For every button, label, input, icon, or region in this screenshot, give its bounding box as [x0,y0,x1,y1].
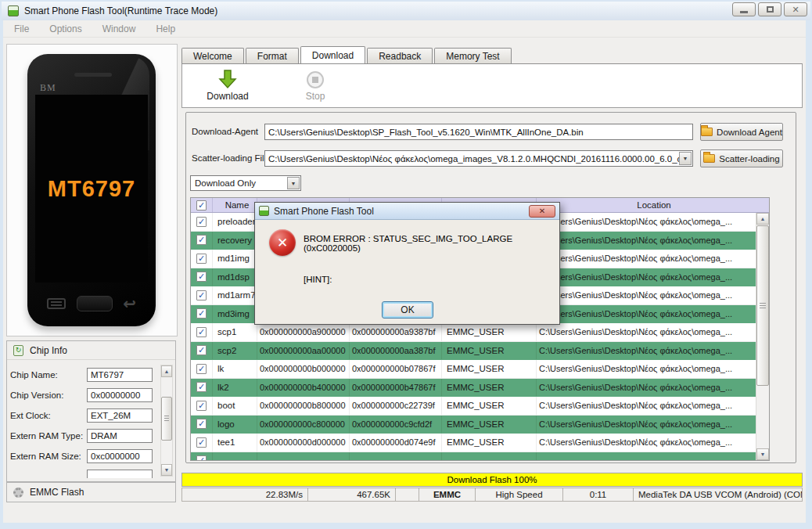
download-mode-select[interactable]: Download Only ▼ [190,175,301,191]
window-content: FileOptionsWindowHelp BM MT6797 ↩ ↻ Chip… [3,20,806,523]
chip-info-row: Extern RAM Size:0xc0000000 [10,446,156,466]
scroll-grip [164,416,169,422]
cell-name [213,452,257,461]
tab-download[interactable]: Download [300,46,365,63]
header-location[interactable]: Location [537,198,769,212]
scatter-file-input[interactable] [264,150,693,167]
cell-region: EMMC_USER [442,360,537,378]
cell-begin-address: 0x000000000c800000 [257,416,350,434]
dialog-close-button[interactable]: ✕ [529,205,555,218]
menu-item-help[interactable]: Help [156,23,175,34]
row-checkbox-cell: ✓ [191,213,213,231]
close-button[interactable]: ✕ [784,2,807,16]
chip-info-panel: ↻ Chip Info Chip Name:MT6797Chip Version… [6,340,176,482]
scroll-grip [760,303,766,309]
row-checkbox-cell: ✓ [191,452,213,461]
chip-info-row: Ext Clock:EXT_26M [10,405,156,426]
header-name[interactable]: Name [213,198,257,212]
ok-button[interactable]: OK [382,301,433,318]
menu-item-file[interactable]: File [14,23,29,34]
error-icon: ✕ [269,229,296,256]
table-row: ✓lk20x000000000b4000000x000000000b47867f… [191,379,756,398]
minimize-icon [740,11,748,13]
gear-icon [13,488,23,498]
download-agent-button[interactable]: Download Agent [700,123,783,141]
cell-begin-address: 0x000000000b000000 [257,360,350,378]
download-arrow-icon [196,69,259,91]
chip-info-scrollbar[interactable]: ▲ ▼ [160,365,173,477]
row-checkbox[interactable]: ✓ [196,290,207,300]
dialog-title-bar: Smart Phone Flash Tool [255,203,559,220]
download-agent-input[interactable] [264,124,693,140]
maximize-icon [767,6,774,13]
dialog-title: Smart Phone Flash Tool [274,206,374,217]
table-scrollbar[interactable]: ▲ ▼ [756,213,769,460]
tab-welcome[interactable]: Welcome [181,48,244,63]
row-checkbox[interactable]: ✓ [196,254,207,264]
table-row: ✓scp20x000000000aa000000x000000000aa387b… [191,342,756,361]
menu-item-window[interactable]: Window [102,23,136,34]
table-row: ✓ [191,452,756,461]
cell-end-address: 0x000000000aa387bf [350,342,442,360]
table-scroll-thumb[interactable] [756,225,769,386]
phone-brand-label: BM [40,82,56,94]
chip-info-row [10,466,156,478]
row-checkbox[interactable]: ✓ [196,345,207,355]
row-checkbox[interactable]: ✓ [196,437,207,448]
row-checkbox[interactable]: ✓ [196,272,207,282]
chip-field-label: Chip Version: [10,390,87,400]
maximize-button[interactable] [758,2,781,16]
cell-name: md3img [213,305,257,323]
row-checkbox[interactable]: ✓ [196,419,207,429]
row-checkbox[interactable]: ✓ [196,235,207,245]
cell-begin-address: 0x000000000b800000 [257,397,350,415]
row-checkbox[interactable]: ✓ [196,308,207,318]
row-checkbox-cell: ✓ [191,342,213,360]
minimize-button[interactable] [732,2,756,16]
cell-location [537,452,756,461]
row-checkbox[interactable]: ✓ [196,455,207,460]
tab-memory-test[interactable]: Memory Test [434,48,511,63]
close-icon: ✕ [539,207,545,215]
scatter-button-label: Scatter-loading [719,154,779,164]
scatter-dropdown-icon[interactable]: ▼ [679,152,692,165]
row-checkbox[interactable]: ✓ [196,364,207,374]
row-checkbox[interactable]: ✓ [196,382,207,392]
menu-item-options[interactable]: Options [49,23,81,34]
chip-field-value: MT6797 [87,368,153,382]
cell-begin-address: 0x000000000a900000 [257,323,350,341]
row-checkbox[interactable]: ✓ [196,217,207,227]
phone-preview-panel: BM MT6797 ↩ [6,44,178,336]
cell-begin-address: 0x000000000d000000 [257,434,350,452]
scroll-down-icon[interactable]: ▼ [756,448,769,460]
status-cell-1: 467.65K [308,488,396,502]
chip-info-row: Extern RAM Type:DRAM [10,426,156,446]
chip-scroll-thumb[interactable] [161,397,172,441]
cell-end-address: 0x000000000b47867f [350,379,442,397]
cell-name: md1img [213,250,257,268]
cell-begin-address [257,452,350,461]
scroll-up-icon[interactable]: ▲ [756,213,769,225]
emmc-flash-panel[interactable]: EMMC Flash [6,482,176,502]
row-checkbox-cell: ✓ [191,305,213,323]
tab-format[interactable]: Format [246,48,299,63]
stop-button-label: Stop [284,91,347,102]
tab-readback[interactable]: Readback [367,48,433,63]
scatter-loading-button[interactable]: Scatter-loading [700,149,783,167]
download-button[interactable]: Download [196,69,259,102]
chip-field-value: DRAM [87,429,153,443]
scroll-up-icon[interactable]: ▲ [161,365,172,377]
cell-name: lk2 [213,379,257,397]
row-checkbox-cell: ✓ [191,434,213,452]
scroll-down-icon[interactable]: ▼ [161,464,172,476]
cell-name: md1dsp [213,268,257,286]
row-checkbox[interactable]: ✓ [196,327,207,337]
select-all-checkbox[interactable]: ✓ [196,200,207,211]
table-row: ✓scp10x000000000a9000000x000000000a9387b… [191,323,756,342]
cell-name: logo [213,416,257,434]
chip-info-header[interactable]: ↻ Chip Info [7,341,175,360]
cell-end-address: 0x000000000a9387bf [350,323,442,341]
chip-field-label: Ext Clock: [10,411,87,420]
row-checkbox[interactable]: ✓ [196,401,207,411]
row-checkbox-cell: ✓ [191,268,213,286]
